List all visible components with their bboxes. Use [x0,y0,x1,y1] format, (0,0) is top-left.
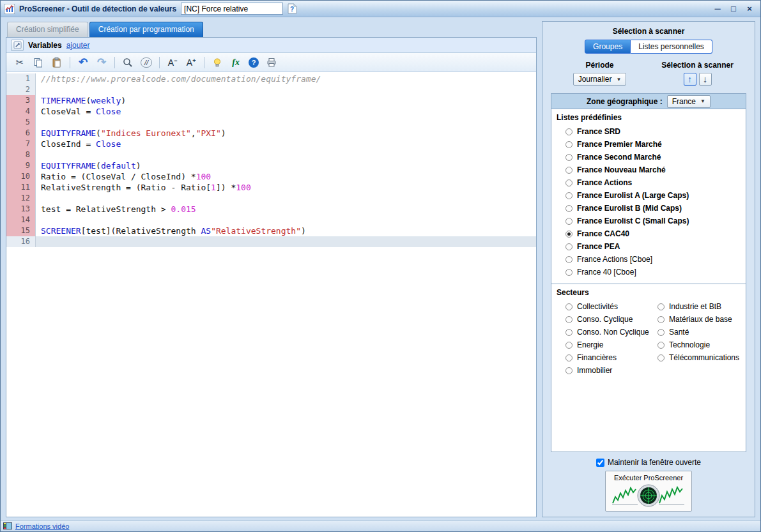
radio-icon[interactable] [565,218,573,225]
keep-open-checkbox[interactable] [596,459,604,467]
radio-option-financi-res[interactable]: Financières [557,351,649,364]
radio-option-france-cac40[interactable]: France CAC40 [557,227,741,240]
radio-icon[interactable] [565,303,573,310]
comment-toggle-button[interactable]: // [141,57,152,68]
radio-icon[interactable] [565,367,573,374]
code-line[interactable]: 10Ratio = (CloseVal / CloseInd) *100 [6,171,536,182]
radio-icon[interactable] [657,354,665,361]
code-editor[interactable]: 1//https://www.prorealcode.com/documenta… [6,72,536,517]
radio-option-industrie-et-btb[interactable]: Industrie et BtB [649,300,741,313]
code-line[interactable]: 16 [6,236,536,247]
radio-option-france-second-march[interactable]: France Second Marché [557,151,741,163]
add-variable-link[interactable]: ajouter [66,41,90,50]
radio-icon[interactable] [565,192,573,199]
execute-proscreener-button[interactable]: Exécuter ProScreener [605,471,692,512]
radio-option-technologie[interactable]: Technologie [649,338,741,351]
radio-option-france-nouveau-march[interactable]: France Nouveau Marché [557,163,741,176]
maximize-button[interactable]: □ [726,3,741,15]
close-button[interactable]: × [742,3,757,15]
move-up-button[interactable]: ↑ [684,73,696,86]
radio-option-france-actions-cboe[interactable]: France Actions [Cboe] [557,253,741,266]
screener-name-input[interactable] [181,3,283,15]
radio-icon[interactable] [565,329,573,336]
window-title: ProScreener - Outil de détection de vale… [19,4,176,13]
radio-label: Matériaux de base [669,315,732,324]
titlebar[interactable]: ProScreener - Outil de détection de vale… [1,1,760,17]
decrease-font-button[interactable]: A− [167,56,178,69]
radio-icon[interactable] [565,179,573,186]
radio-icon[interactable] [565,205,573,212]
code-line[interactable]: 6EQUITYFRAME("Indices Euronext","PXI") [6,128,536,139]
paste-button[interactable] [51,56,63,69]
personal-lists-button[interactable]: Listes personnelles [631,40,712,54]
radio-option-t-l-communications[interactable]: Télécommunications [649,351,741,364]
variables-tool-button[interactable] [11,40,24,51]
radio-option-conso-non-cyclique[interactable]: Conso. Non Cyclique [557,326,649,338]
undo-button[interactable]: ↶ [77,56,89,69]
code-line[interactable]: 13test = RelativeStrength > 0.015 [6,204,536,215]
radio-icon[interactable] [565,141,573,148]
radio-icon[interactable] [565,354,573,361]
insert-function-button[interactable]: fx [230,56,242,69]
code-line[interactable]: 15SCREENER[test](RelativeStrength AS"Rel… [6,225,536,236]
radio-icon[interactable] [565,154,573,161]
code-line[interactable]: 11RelativeStrength = (Ratio - Ratio[1]) … [6,182,536,193]
redo-button[interactable]: ↷ [96,56,107,69]
search-button[interactable] [122,56,134,69]
copy-button[interactable] [33,56,44,69]
radio-icon[interactable] [565,243,573,250]
tab-creation-simplifiee[interactable]: Création simplifiée [7,22,88,37]
radio-option-energie[interactable]: Energie [557,338,649,351]
radio-icon[interactable] [657,316,665,323]
radio-icon[interactable] [565,128,573,135]
code-line[interactable]: 9EQUITYFRAME(default) [6,160,536,171]
radio-icon[interactable] [657,303,665,310]
zone-dropdown[interactable]: France ▼ [667,95,711,108]
code-line[interactable]: 12 [6,193,536,204]
radio-option-france-premier-march[interactable]: France Premier Marché [557,138,741,151]
print-button[interactable] [266,56,277,69]
hint-button[interactable] [211,56,223,69]
radio-option-france-40-cboe[interactable]: France 40 [Cboe] [557,266,741,278]
radio-option-france-eurolist-a-large-caps[interactable]: France Eurolist A (Large Caps) [557,189,741,202]
radio-option-collectivit-s[interactable]: Collectivités [557,300,649,313]
radio-icon[interactable] [565,269,573,276]
code-line[interactable]: 4CloseVal = Close [6,106,536,117]
code-line[interactable]: 2 [6,84,536,95]
tab-creation-par-programmation[interactable]: Création par programmation [89,22,203,37]
minimize-button[interactable]: ─ [711,3,725,15]
help-button[interactable]: ? [249,57,259,68]
radio-icon[interactable] [565,342,573,349]
radio-option-france-actions[interactable]: France Actions [557,176,741,189]
radio-icon[interactable] [565,256,573,263]
periode-dropdown[interactable]: Journalier ▼ [573,73,627,86]
code-line[interactable]: 5 [6,117,536,128]
code-line[interactable]: 14 [6,215,536,225]
radio-option-france-srd[interactable]: France SRD [557,125,741,138]
move-down-button[interactable]: ↓ [699,73,712,86]
radio-icon[interactable] [565,231,573,238]
increase-font-button[interactable]: A+ [185,56,197,69]
code-line[interactable]: 8 [6,149,536,160]
radio-option-france-eurolist-b-mid-caps[interactable]: France Eurolist B (Mid Caps) [557,202,741,215]
radio-icon[interactable] [565,316,573,323]
radio-option-mat-riaux-de-base[interactable]: Matériaux de base [649,313,741,326]
code-line[interactable]: 1//https://www.prorealcode.com/documenta… [6,73,536,84]
code-line[interactable]: 7CloseInd = Close [6,139,536,149]
radio-option-conso-cyclique[interactable]: Conso. Cyclique [557,313,649,326]
radio-icon[interactable] [565,167,573,174]
radio-option-sant[interactable]: Santé [649,326,741,338]
cut-button[interactable]: ✂ [14,56,26,69]
code-line[interactable]: 3TIMEFRAME(weekly) [6,95,536,106]
radio-option-immobilier[interactable]: Immobilier [557,364,649,377]
groups-button[interactable]: Groupes [585,40,631,54]
radio-icon[interactable] [657,342,665,349]
radio-icon[interactable] [657,329,665,336]
radio-option-france-eurolist-c-small-caps[interactable]: France Eurolist C (Small Caps) [557,215,741,227]
radio-option-france-pea[interactable]: France PEA [557,240,741,253]
programming-body: Variables ajouter ✂ ↶ ↷ [6,37,537,517]
formations-video-link[interactable]: Formations vidéo [15,522,69,530]
keep-open-row[interactable]: Maintenir la fenêtre ouverte [596,458,701,467]
help-page-icon[interactable]: ? [288,3,297,14]
line-number: 10 [6,171,36,182]
